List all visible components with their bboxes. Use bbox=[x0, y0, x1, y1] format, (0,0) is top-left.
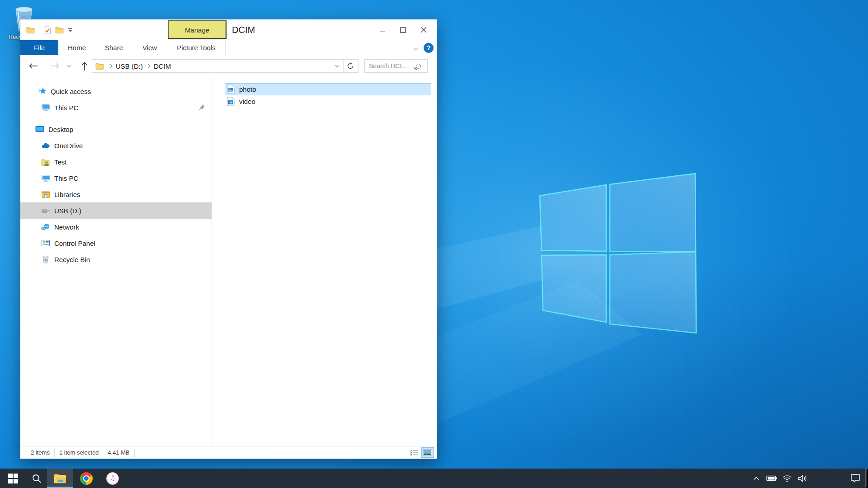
breadcrumb-dcim[interactable]: DCIM bbox=[152, 62, 173, 70]
tab-home[interactable]: Home bbox=[58, 40, 95, 55]
sidebar-item-libraries[interactable]: Libraries bbox=[20, 186, 212, 202]
qat-properties-button[interactable] bbox=[43, 26, 51, 34]
properties-check-icon bbox=[43, 26, 51, 34]
sidebar-item-desktop[interactable]: Desktop bbox=[20, 121, 212, 137]
tab-picture-tools[interactable]: Picture Tools bbox=[167, 40, 226, 55]
explorer-body: Quick access This PC bbox=[20, 77, 437, 446]
search-input[interactable] bbox=[369, 62, 414, 70]
window-controls bbox=[372, 19, 434, 40]
breadcrumb-usb-drive[interactable]: USB (D:) bbox=[114, 62, 145, 70]
itunes-icon: ♫ bbox=[106, 472, 119, 485]
system-tray bbox=[749, 469, 868, 488]
chevron-up-icon bbox=[753, 476, 760, 480]
folder-icon bbox=[95, 62, 104, 70]
taskbar: ♫ bbox=[0, 469, 868, 488]
sidebar-label: USB (D:) bbox=[54, 207, 81, 215]
address-dropdown-button[interactable] bbox=[331, 60, 342, 72]
taskbar-chrome-button[interactable] bbox=[73, 469, 99, 488]
sidebar-label: This PC bbox=[54, 174, 78, 182]
tab-file[interactable]: File bbox=[20, 40, 58, 55]
sidebar-item-recycle-bin[interactable]: ♻ Recycle Bin bbox=[20, 251, 212, 267]
breadcrumb-chevron-icon bbox=[146, 64, 150, 68]
taskbar-file-explorer-button[interactable] bbox=[47, 469, 73, 488]
search-icon bbox=[416, 64, 421, 69]
sidebar-item-this-pc[interactable]: This PC bbox=[20, 170, 212, 186]
control-panel-icon bbox=[41, 239, 50, 247]
qat-new-folder-button[interactable] bbox=[55, 26, 64, 33]
sidebar-item-usb-drive[interactable]: USB (D:) bbox=[20, 202, 212, 219]
recycle-bin-icon: ♻ bbox=[41, 255, 50, 263]
forward-arrow-icon bbox=[50, 63, 60, 69]
maximize-button[interactable] bbox=[392, 19, 413, 40]
large-icons-view-button[interactable] bbox=[421, 447, 434, 458]
start-button[interactable] bbox=[0, 469, 26, 488]
breadcrumb-chevron-icon bbox=[108, 64, 112, 68]
show-desktop-button[interactable] bbox=[865, 469, 868, 488]
windows-logo-icon bbox=[8, 474, 18, 483]
sidebar-item-onedrive[interactable]: OneDrive bbox=[20, 137, 212, 154]
sidebar-item-quick-access[interactable]: Quick access bbox=[20, 83, 212, 99]
file-row-photo[interactable]: photo bbox=[225, 83, 431, 95]
action-center-icon bbox=[850, 474, 860, 483]
address-bar-controls bbox=[331, 60, 356, 72]
sidebar-label: Desktop bbox=[48, 126, 73, 133]
qat-customize-button[interactable] bbox=[68, 28, 73, 32]
address-bar[interactable]: USB (D:) DCIM bbox=[92, 59, 359, 73]
up-button[interactable] bbox=[77, 59, 92, 73]
minimize-button[interactable] bbox=[372, 19, 392, 40]
tab-view[interactable]: View bbox=[132, 40, 167, 55]
libraries-icon bbox=[41, 191, 50, 198]
help-button[interactable]: ? bbox=[423, 42, 434, 54]
back-arrow-icon bbox=[28, 63, 38, 69]
qat-separator bbox=[39, 25, 39, 35]
customize-toolbar-icon bbox=[68, 28, 73, 32]
qat-folder-button[interactable] bbox=[26, 26, 35, 33]
action-center-button[interactable] bbox=[845, 469, 865, 488]
tray-volume-button[interactable] bbox=[795, 469, 810, 488]
close-button[interactable] bbox=[413, 19, 434, 40]
back-button[interactable] bbox=[25, 59, 41, 73]
navigation-pane: Quick access This PC bbox=[20, 77, 212, 446]
taskbar-search-button[interactable] bbox=[26, 469, 47, 488]
sidebar-item-test[interactable]: Test bbox=[20, 154, 212, 170]
address-separator bbox=[343, 60, 344, 72]
taskbar-itunes-button[interactable]: ♫ bbox=[99, 469, 126, 488]
folder-icon bbox=[55, 26, 64, 33]
search-box bbox=[364, 59, 428, 73]
folder-icon bbox=[26, 26, 35, 33]
details-view-icon bbox=[410, 450, 418, 456]
image-file-icon bbox=[227, 84, 235, 94]
recent-locations-button[interactable] bbox=[63, 59, 75, 73]
titlebar: Manage DCIM bbox=[20, 19, 437, 40]
status-bar: 2 items 1 item selected 4.41 MB bbox=[20, 446, 437, 459]
status-separator bbox=[134, 449, 135, 457]
video-file-icon bbox=[227, 97, 235, 106]
chevron-down-icon bbox=[335, 63, 339, 68]
speaker-icon bbox=[798, 475, 807, 482]
user-folder-icon bbox=[41, 158, 50, 166]
battery-icon bbox=[766, 475, 777, 481]
sidebar-label: Quick access bbox=[51, 88, 91, 95]
tray-battery-button[interactable] bbox=[764, 469, 779, 488]
tray-wifi-button[interactable] bbox=[779, 469, 795, 488]
details-view-button[interactable] bbox=[408, 447, 420, 458]
tray-show-hidden-icons-button[interactable] bbox=[749, 469, 764, 488]
selection-size: 4.41 MB bbox=[103, 449, 134, 456]
network-globe-icon bbox=[41, 223, 50, 231]
file-row-video[interactable]: video bbox=[225, 95, 431, 108]
qat-separator bbox=[77, 25, 77, 35]
sidebar-label: OneDrive bbox=[54, 142, 83, 150]
expand-ribbon-button[interactable] bbox=[410, 42, 421, 54]
sidebar-item-network[interactable]: Network bbox=[20, 219, 212, 235]
tab-manage-contextual[interactable]: Manage bbox=[168, 20, 226, 39]
sidebar-item-control-panel[interactable]: Control Panel bbox=[20, 235, 212, 251]
sidebar-item-this-pc-pinned[interactable]: This PC bbox=[20, 99, 212, 116]
svg-text:♻: ♻ bbox=[44, 258, 47, 262]
tab-share[interactable]: Share bbox=[95, 40, 132, 55]
forward-button[interactable] bbox=[47, 59, 62, 73]
refresh-button[interactable] bbox=[344, 60, 356, 72]
desktop-screen-icon bbox=[35, 126, 44, 133]
quick-access-toolbar bbox=[26, 19, 77, 40]
selection-count: 1 item selected bbox=[55, 449, 103, 456]
chevron-down-icon bbox=[413, 46, 418, 50]
